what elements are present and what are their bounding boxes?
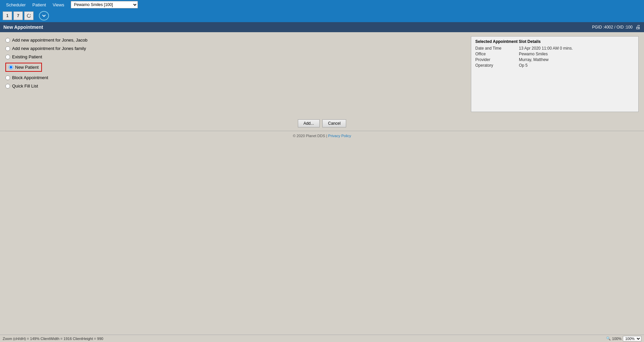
toolbar-btn-1[interactable]: 1 [3,11,12,20]
toolbar-btn-refresh[interactable] [24,11,34,20]
apt-value-operatory: Op 5 [519,63,528,68]
nav-scheduler[interactable]: Scheduler [3,1,29,9]
print-icon[interactable]: 🖨 [635,24,641,30]
apt-detail-row-office: Office Pewamo Smiles [475,52,634,56]
page-title: New Appointment [3,24,43,30]
radio-option-2[interactable]: Add new appointment for Jones family [5,46,464,51]
top-nav: Scheduler Patient Views Pewamo Smiles [1… [0,0,644,9]
appointment-details-panel: Selected Appointment Slot Details Date a… [471,36,639,112]
footer-copyright: © 2020 Planet DDS | [293,134,328,138]
radio-label-block-appointment: Block Appointment [12,75,48,80]
footer: © 2020 Planet DDS | Privacy Policy [0,132,644,139]
apt-label-operatory: Operatory [475,63,519,68]
apt-detail-row-operatory: Operatory Op 5 [475,63,634,68]
radio-quick-fill[interactable] [5,84,10,89]
apt-detail-row-provider: Provider Murray, Matthew [475,57,634,62]
radio-existing-patient[interactable] [5,55,10,59]
apt-detail-row-datetime: Date and Time 13 Apr 2020 11:00 AM 0 min… [475,46,634,51]
nav-patient[interactable]: Patient [29,1,49,9]
apt-value-datetime: 13 Apr 2020 11:00 AM 0 mins. [519,46,573,51]
apt-label-provider: Provider [475,57,519,62]
nav-views[interactable]: Views [49,1,67,9]
radio-label-quick-fill: Quick Fill List [12,83,38,89]
header-right: PGID :4002 / OID :100 🖨 [592,24,641,30]
radio-jones-family[interactable] [5,46,10,51]
footer-divider [0,131,644,131]
radio-jones-jacob[interactable] [5,38,10,43]
cancel-button[interactable]: Cancel [322,119,346,127]
apt-value-office: Pewamo Smiles [519,52,548,56]
apt-value-provider: Murray, Matthew [519,57,548,62]
office-select-wrapper: Pewamo Smiles [100] [71,1,138,8]
radio-label-new-patient: New Patient [15,65,39,70]
radio-label-jones-family: Add new appointment for Jones family [12,46,86,51]
toolbar: 1 7 [0,9,644,22]
radio-option-6[interactable]: Quick Fill List [5,83,464,89]
radio-option-5[interactable]: Block Appointment [5,75,464,80]
apt-details-title: Selected Appointment Slot Details [475,39,634,44]
footer-privacy-link[interactable]: Privacy Policy [328,134,351,138]
header-bar: New Appointment PGID :4002 / OID :100 🖨 [0,22,644,32]
buttons-area: Add... Cancel [0,116,644,131]
apt-label-office: Office [475,52,519,56]
radio-label-jones-jacob: Add new appointment for Jones, Jacob [12,38,88,43]
toolbar-btn-down[interactable] [39,11,49,20]
radio-option-new-patient-highlighted[interactable]: New Patient [5,63,42,72]
pgid-oid: PGID :4002 / OID :100 [592,25,633,30]
radio-option-3[interactable]: Existing Patient [5,54,464,59]
radio-block-appointment[interactable] [5,75,10,80]
office-select[interactable]: Pewamo Smiles [100] [71,1,138,8]
svg-marker-0 [30,14,31,15]
radio-new-patient[interactable] [9,65,13,69]
radio-option-1[interactable]: Add new appointment for Jones, Jacob [5,38,464,43]
radio-label-existing-patient: Existing Patient [12,54,42,59]
left-panel: Add new appointment for Jones, Jacob Add… [5,36,464,112]
toolbar-btn-7[interactable]: 7 [13,11,23,20]
add-button[interactable]: Add... [298,119,320,127]
main-content: Add new appointment for Jones, Jacob Add… [0,32,644,116]
apt-label-datetime: Date and Time [475,46,519,51]
